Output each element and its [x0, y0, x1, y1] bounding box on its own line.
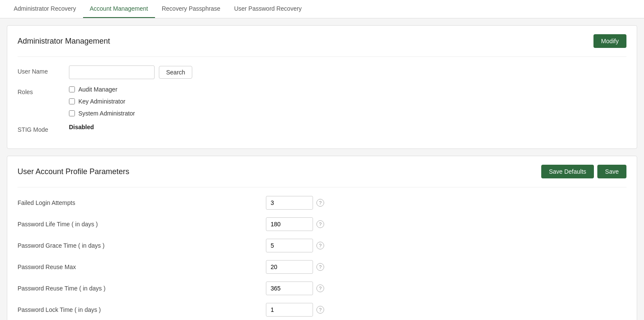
param-label-failed-login-attempts: Failed Login Attempts — [18, 199, 266, 206]
help-icon-password-life-time[interactable]: ? — [316, 220, 324, 228]
param-input-group-password-grace-time: ? — [266, 239, 324, 252]
checkbox-item-key-administrator: Key Administrator — [69, 98, 135, 105]
profile-parameters-actions: Save Defaults Save — [541, 165, 626, 178]
param-row-password-grace-time: Password Grace Time ( in days )? — [18, 239, 626, 252]
stig-mode-value: Disabled — [69, 124, 94, 130]
help-icon-password-reuse-time[interactable]: ? — [316, 284, 324, 292]
param-row-password-life-time: Password Life Time ( in days )? — [18, 217, 626, 231]
search-button[interactable]: Search — [159, 66, 192, 79]
admin-management-card: Administrator Management Modify User Nam… — [7, 25, 637, 149]
help-icon-password-reuse-max[interactable]: ? — [316, 263, 324, 271]
checkbox-system-administrator[interactable] — [69, 110, 75, 116]
roles-label: Roles — [18, 86, 69, 95]
admin-management-title: Administrator Management — [18, 37, 110, 46]
param-input-group-password-life-time: ? — [266, 217, 324, 231]
save-button[interactable]: Save — [597, 165, 626, 178]
param-input-password-reuse-max[interactable] — [266, 260, 313, 274]
username-input[interactable] — [69, 65, 155, 79]
username-row: User Name Search — [18, 65, 626, 79]
checkbox-label-key-administrator: Key Administrator — [78, 98, 125, 105]
param-input-group-failed-login-attempts: ? — [266, 196, 324, 210]
param-input-password-lock-time[interactable] — [266, 303, 313, 317]
param-row-password-lock-time: Password Lock Time ( in days )? — [18, 303, 626, 317]
help-icon-password-grace-time[interactable]: ? — [316, 242, 324, 249]
roles-checkbox-group: Audit ManagerKey AdministratorSystem Adm… — [69, 86, 135, 117]
profile-parameters-header: User Account Profile Parameters Save Def… — [18, 165, 626, 178]
checkbox-key-administrator[interactable] — [69, 98, 75, 104]
param-row-password-reuse-time: Password Reuse Time ( in days )? — [18, 281, 626, 295]
roles-row: Roles Audit ManagerKey AdministratorSyst… — [18, 86, 626, 117]
tab-user-password-recovery[interactable]: User Password Recovery — [227, 0, 309, 18]
tab-bar: Administrator RecoveryAccount Management… — [0, 0, 644, 18]
profile-divider — [18, 187, 626, 187]
checkbox-label-system-administrator: System Administrator — [78, 110, 135, 117]
param-input-group-password-reuse-max: ? — [266, 260, 324, 274]
help-icon-failed-login-attempts[interactable]: ? — [316, 199, 324, 207]
username-controls: Search — [69, 65, 192, 79]
username-label: User Name — [18, 65, 69, 75]
save-defaults-button[interactable]: Save Defaults — [541, 165, 594, 178]
param-label-password-life-time: Password Life Time ( in days ) — [18, 221, 266, 228]
param-label-password-reuse-max: Password Reuse Max — [18, 264, 266, 270]
param-row-password-reuse-max: Password Reuse Max? — [18, 260, 626, 274]
param-label-password-grace-time: Password Grace Time ( in days ) — [18, 242, 266, 249]
param-input-group-password-lock-time: ? — [266, 303, 324, 317]
params-container: Failed Login Attempts?Password Life Time… — [18, 196, 626, 317]
param-row-failed-login-attempts: Failed Login Attempts? — [18, 196, 626, 210]
stig-mode-label: STIG Mode — [18, 124, 69, 133]
modify-button[interactable]: Modify — [593, 34, 626, 48]
checkbox-label-audit-manager: Audit Manager — [78, 86, 117, 93]
tab-account-management[interactable]: Account Management — [83, 0, 155, 18]
profile-parameters-card: User Account Profile Parameters Save Def… — [7, 156, 637, 320]
admin-management-header: Administrator Management Modify — [18, 34, 626, 48]
checkbox-audit-manager[interactable] — [69, 86, 75, 92]
param-input-password-life-time[interactable] — [266, 217, 313, 231]
help-icon-password-lock-time[interactable]: ? — [316, 306, 324, 314]
param-input-password-reuse-time[interactable] — [266, 281, 313, 295]
param-input-group-password-reuse-time: ? — [266, 281, 324, 295]
admin-divider — [18, 56, 626, 57]
param-label-password-reuse-time: Password Reuse Time ( in days ) — [18, 285, 266, 292]
tab-administrator-recovery[interactable]: Administrator Recovery — [7, 0, 83, 18]
param-input-failed-login-attempts[interactable] — [266, 196, 313, 210]
checkbox-item-system-administrator: System Administrator — [69, 110, 135, 117]
checkbox-item-audit-manager: Audit Manager — [69, 86, 135, 93]
param-label-password-lock-time: Password Lock Time ( in days ) — [18, 306, 266, 313]
main-content: Administrator Management Modify User Nam… — [0, 18, 644, 320]
tab-recovery-passphrase[interactable]: Recovery Passphrase — [155, 0, 227, 18]
stig-mode-row: STIG Mode Disabled — [18, 124, 626, 133]
param-input-password-grace-time[interactable] — [266, 239, 313, 252]
profile-parameters-title: User Account Profile Parameters — [18, 167, 129, 176]
